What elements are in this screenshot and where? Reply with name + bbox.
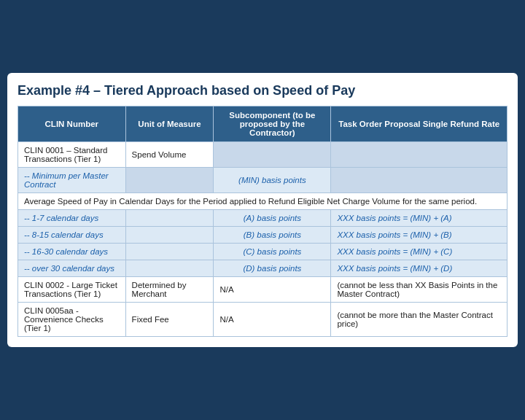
- main-card: Example #4 – Tiered Approach based on Sp…: [7, 73, 518, 347]
- table-cell: -- 8-15 calendar days: [18, 227, 126, 244]
- table-cell: CLIN 0002 - Large Ticket Transactions (T…: [18, 277, 126, 303]
- table-cell: Spend Volume: [125, 142, 214, 168]
- table-cell: [331, 168, 508, 193]
- table-cell: -- over 30 calendar days: [18, 260, 126, 277]
- page-title: Example #4 – Tiered Approach based on Sp…: [18, 83, 508, 98]
- table-cell: -- 1-7 calendar days: [18, 210, 126, 227]
- table-cell: [125, 260, 214, 277]
- table-cell: [125, 168, 214, 193]
- table-cell: -- 16-30 calendar days: [18, 244, 126, 260]
- table-cell: N/A: [214, 303, 331, 337]
- table-cell: Fixed Fee: [125, 303, 214, 337]
- table-cell: XXX basis points = (MIN) + (B): [331, 227, 508, 244]
- table-cell: (cannot be more than the Master Contract…: [331, 303, 508, 337]
- table-cell: N/A: [214, 277, 331, 303]
- header-sub: Subcomponent (to be proposed by the Cont…: [214, 106, 331, 142]
- table-row: CLIN 0002 - Large Ticket Transactions (T…: [18, 277, 508, 303]
- table-row: -- 16-30 calendar days(C) basis pointsXX…: [18, 244, 508, 260]
- table-cell: (A) basis points: [214, 210, 331, 227]
- table-row: CLIN 0005aa - Convenience Checks (Tier 1…: [18, 303, 508, 337]
- table-cell: [125, 244, 214, 260]
- table-cell: XXX basis points = (MIN) + (D): [331, 260, 508, 277]
- table-row: CLIN 0001 – Standard Transactions (Tier …: [18, 142, 508, 168]
- table-cell: CLIN 0001 – Standard Transactions (Tier …: [18, 142, 126, 168]
- table-cell: XXX basis points = (MIN) + (C): [331, 244, 508, 260]
- table-cell: (cannot be less than XX Basis Points in …: [331, 277, 508, 303]
- header-uom: Unit of Measure: [125, 106, 214, 142]
- table-cell: Determined by Merchant: [125, 277, 214, 303]
- table-row: Average Speed of Pay in Calendar Days fo…: [18, 193, 508, 210]
- table-row: -- over 30 calendar days(D) basis points…: [18, 260, 508, 277]
- table-cell: [214, 142, 331, 168]
- table-cell: -- Minimum per Master Contract: [18, 168, 126, 193]
- table-row: -- 1-7 calendar days(A) basis pointsXXX …: [18, 210, 508, 227]
- table-cell: (C) basis points: [214, 244, 331, 260]
- table-row: -- 8-15 calendar days(B) basis pointsXXX…: [18, 227, 508, 244]
- table-cell: [125, 210, 214, 227]
- table-cell: XXX basis points = (MIN) + (A): [331, 210, 508, 227]
- table-cell: Average Speed of Pay in Calendar Days fo…: [18, 193, 508, 210]
- table-row: -- Minimum per Master Contract(MIN) basi…: [18, 168, 508, 193]
- table-cell: (MIN) basis points: [214, 168, 331, 193]
- table-cell: (B) basis points: [214, 227, 331, 244]
- header-clin: CLIN Number: [18, 106, 126, 142]
- header-task: Task Order Proposal Single Refund Rate: [331, 106, 508, 142]
- table-cell: [331, 142, 508, 168]
- table-cell: (D) basis points: [214, 260, 331, 277]
- main-table: CLIN Number Unit of Measure Subcomponent…: [18, 106, 508, 337]
- table-cell: [125, 227, 214, 244]
- table-cell: CLIN 0005aa - Convenience Checks (Tier 1…: [18, 303, 126, 337]
